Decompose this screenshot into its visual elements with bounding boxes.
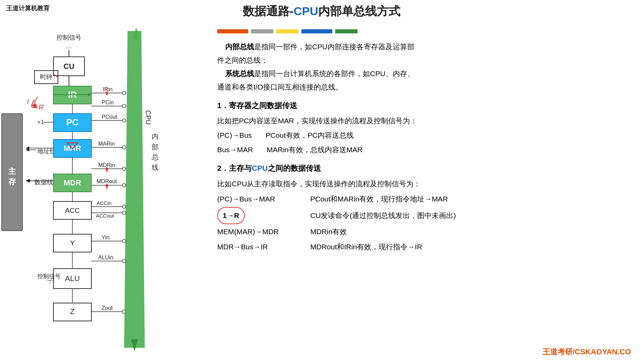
svg-text:主: 主	[8, 167, 16, 176]
svg-text:ACCout: ACCout	[96, 213, 114, 219]
section-1-body: 比如把PC内容送至MAR，实现传送操作的流程及控制信号为： (PC)→Bus P…	[217, 114, 626, 157]
s2-col8: MDRout和IRin有效，现行指令→IR	[310, 239, 422, 254]
svg-point-25	[122, 104, 126, 108]
svg-text:PCin: PCin	[102, 100, 114, 105]
svg-text:…: …	[66, 43, 72, 50]
s1-col2: PCout有效，PC内容送总线	[265, 128, 354, 143]
highlight-circle: 1→R	[217, 207, 245, 224]
svg-text:：: ：	[47, 278, 53, 285]
svg-text:线: 线	[151, 164, 158, 171]
intro-line4: 通道和各类I/O接口间互相连接的总线。	[217, 83, 343, 91]
s2-row4: MDR→Bus→IR MDRout和IRin有效，现行指令→IR	[217, 239, 626, 254]
svg-text:ACCin: ACCin	[97, 200, 111, 206]
svg-text:+1: +1	[37, 119, 44, 125]
svg-text:Zout: Zout	[102, 305, 113, 311]
s2-col7: MDR→Bus→IR	[217, 239, 300, 254]
s1-row1: (PC)→Bus PCout有效，PC内容送总线	[217, 128, 626, 143]
svg-point-21	[122, 91, 126, 95]
s2-col3: 1→R	[217, 207, 300, 224]
svg-point-66	[122, 205, 126, 208]
s2-col2: PCout和MARin有效，现行指令地址→MAR	[310, 191, 448, 207]
s2-row3: MEM(MAR)→MDR MDRin有效	[217, 224, 626, 239]
svg-text:CPU: CPU	[144, 110, 152, 125]
svg-text:CU: CU	[63, 62, 74, 71]
intro-line2: 件之间的总线；	[217, 56, 268, 64]
color-bar-green	[335, 29, 358, 33]
svg-text:MARin: MARin	[98, 141, 115, 147]
s1-col4: MARin有效，总线内容送MAR	[267, 143, 363, 157]
svg-text:地址线: 地址线	[37, 148, 56, 155]
footer-brand: 王道考研/CSKAOYAN.CO	[542, 347, 631, 357]
svg-text:ALUin: ALUin	[98, 254, 113, 260]
svg-text:Yin: Yin	[102, 235, 110, 240]
page-title: 数据通路-CPU内部单总线方式	[243, 4, 400, 18]
svg-text:内: 内	[152, 133, 158, 140]
svg-point-38	[122, 146, 126, 149]
svg-text:MDR: MDR	[64, 178, 81, 187]
s2-row1: (PC)→Bus→MAR PCout和MARin有效，现行指令地址→MAR	[217, 191, 626, 207]
svg-text:时钟: 时钟	[40, 73, 52, 80]
svg-text:ALU: ALU	[65, 274, 80, 283]
section-1: 1．寄存器之间数据传送 比如把PC内容送至MAR，实现传送操作的流程及控制信号为…	[217, 101, 626, 157]
s2-row0: 比如CPU从主存读取指令，实现传送操作的流程及控制信号为：	[217, 176, 626, 191]
color-bar-yellow	[276, 29, 299, 33]
color-bar-blue	[301, 29, 332, 33]
svg-marker-0	[124, 31, 145, 348]
svg-marker-62	[26, 179, 30, 183]
s2-row2: 1→R CU发读命令(通过控制总线发出，图中未画出)	[217, 207, 626, 224]
svg-text:部: 部	[152, 144, 158, 150]
svg-text:PC: PC	[66, 117, 79, 127]
svg-text:ACC: ACC	[65, 207, 80, 214]
intro-line1: 内部总线是指同一部件，如CPU内部连接各寄存器及运算部	[217, 43, 414, 51]
s1-col1: (PC)→Bus	[217, 128, 252, 143]
s2-col4: CU发读命令(通过控制总线发出，图中未画出)	[310, 208, 456, 223]
section-2-title: 2．主存与CPU之间的数据传送	[217, 163, 626, 174]
section-2-body: 比如CPU从主存读取指令，实现传送操作的流程及控制信号为： (PC)→Bus→M…	[217, 176, 626, 254]
text-area: 内部总线是指同一部件，如CPU内部连接各寄存器及运算部 件之间的总线； 系统总线…	[207, 21, 643, 364]
svg-text:控制信号: 控制信号	[57, 34, 81, 41]
svg-point-69	[122, 211, 126, 215]
svg-point-74	[122, 239, 126, 243]
svg-text:存: 存	[8, 177, 16, 186]
s2-col6: MDRin有效	[310, 224, 347, 239]
svg-text:IRin: IRin	[103, 86, 112, 92]
svg-point-77	[122, 259, 126, 263]
svg-marker-23	[105, 92, 109, 96]
color-bar-gray	[251, 29, 273, 33]
color-bar	[217, 29, 626, 33]
s1-col3: Bus→MAR	[217, 143, 253, 157]
color-bar-orange	[217, 29, 248, 33]
intro-line3: 系统总线是指同一台计算机系统的各部件，如CPU、内存、	[217, 70, 414, 77]
s2-col5: MEM(MAR)→MDR	[217, 224, 300, 239]
svg-point-54	[122, 184, 126, 187]
svg-text:数据线: 数据线	[34, 179, 53, 186]
section-2: 2．主存与CPU之间的数据传送 比如CPU从主存读取指令，实现传送操作的流程及控…	[217, 163, 626, 254]
svg-point-87	[122, 310, 126, 313]
intro-text: 内部总线是指同一部件，如CPU内部连接各寄存器及运算部 件之间的总线； 系统总线…	[217, 40, 626, 94]
svg-point-46	[122, 167, 126, 170]
svg-text:I: I	[27, 98, 29, 105]
s1-row0: 比如把PC内容送至MAR，实现传送操作的流程及控制信号为：	[217, 114, 626, 128]
s2-col1: (PC)→Bus→MAR	[217, 191, 300, 207]
svg-text:R: R	[39, 103, 43, 111]
svg-point-32	[122, 119, 126, 122]
svg-text:Y: Y	[70, 239, 75, 247]
svg-text:总: 总	[151, 154, 159, 160]
s1-row2: Bus→MAR MARin有效，总线内容送MAR	[217, 143, 626, 157]
diagram-area: CPU 内 部 总 线 控制信号 … CU 时钟 IR	[0, 21, 207, 364]
svg-text:MDRout: MDRout	[97, 178, 117, 184]
svg-text:Z: Z	[70, 307, 74, 316]
svg-text:PCout: PCout	[102, 114, 117, 120]
section-1-title: 1．寄存器之间数据传送	[217, 101, 626, 111]
header-logo: 王道计算机教育	[6, 4, 50, 12]
